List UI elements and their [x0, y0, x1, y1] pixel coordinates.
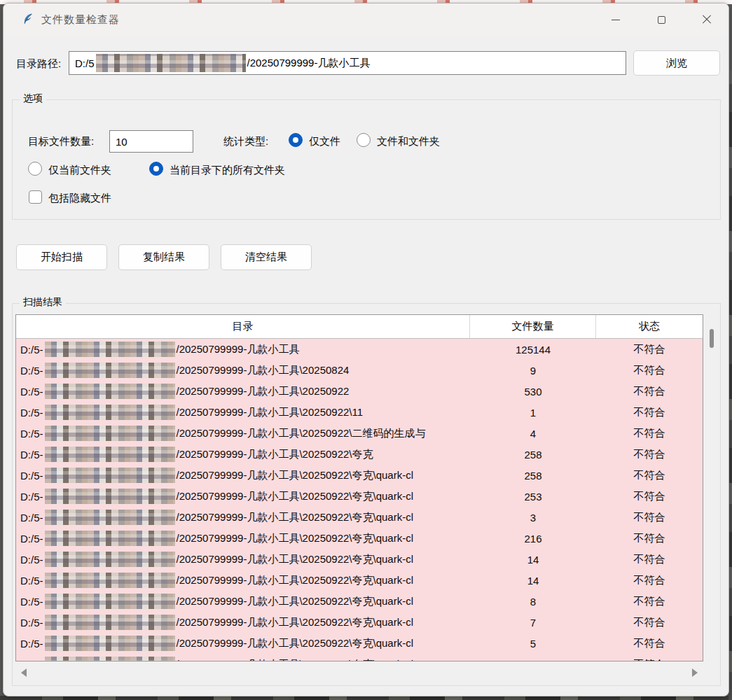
row-path-prefix: D:/5- — [20, 407, 43, 419]
table-row[interactable]: D:/5-/20250799999-几款小工具\20250922 530 不符合 — [16, 381, 703, 402]
cell-status: 不符合 — [596, 339, 703, 360]
radio-files-and-folders[interactable] — [357, 133, 371, 147]
target-count-input[interactable]: 10 — [109, 130, 193, 153]
vertical-scrollbar[interactable] — [706, 314, 717, 662]
table-row[interactable]: D:/5-/20250799999-几款小工具\20250824 9 不符合 — [16, 360, 703, 381]
column-header-count[interactable]: 文件数量 — [470, 315, 596, 338]
row-path-suffix: /20250799999-几款小工具\20250922 — [177, 385, 350, 398]
cell-status: 不符合 — [596, 633, 703, 654]
row-path-prefix: D:/5- — [20, 386, 43, 398]
cell-file-count: 4 — [470, 423, 596, 444]
cell-directory: D:/5-/20250799999-几款小工具\20250922\11 — [16, 402, 470, 423]
cell-file-count: 14 — [470, 549, 596, 570]
table-row[interactable]: D:/5-/20250799999-几款小工具\20250922\夸克\quar… — [16, 486, 703, 507]
cell-directory: D:/5-/20250799999-几款小工具\20250922\夸克\quar… — [16, 612, 470, 633]
row-path-suffix: /20250799999-几款小工具\20250922\11 — [177, 406, 364, 419]
row-path-suffix: /20250799999-几款小工具\20250922\夸克\quark-cl — [177, 490, 414, 503]
row-blurred-segment — [45, 405, 175, 420]
row-blurred-segment — [45, 636, 175, 651]
row-path-prefix: D:/5- — [20, 554, 43, 566]
radio-files-and-folders-label[interactable]: 文件和文件夹 — [377, 135, 440, 148]
row-blurred-segment — [45, 384, 175, 399]
include-hidden-checkbox[interactable] — [29, 190, 42, 204]
row-path-prefix: D:/5- — [20, 617, 43, 629]
table-row[interactable]: D:/5-/20250799999-几款小工具\20250922\夸克\quar… — [16, 549, 703, 570]
cell-file-count: 9 — [470, 360, 596, 381]
scroll-right-arrow-icon[interactable] — [692, 668, 698, 677]
cell-status: 不符合 — [596, 444, 703, 465]
close-button[interactable] — [686, 8, 727, 31]
row-path-suffix: /20250799999-几款小工具\20250922\夸克\quark-cl — [177, 511, 414, 524]
table-row[interactable]: D:/5-/20250799999-几款小工具\20250922\二维码的生成与… — [16, 423, 703, 444]
maximize-button[interactable] — [641, 8, 682, 31]
close-icon — [702, 15, 712, 24]
copy-results-button[interactable]: 复制结果 — [118, 244, 209, 270]
row-path-suffix: /20250799999-几款小工具\20250922\夸克\quark-cl — [177, 658, 414, 662]
table-row[interactable]: D:/5-/20250799999-几款小工具\20250922\夸克\quar… — [16, 591, 703, 612]
cell-file-count: 5 — [470, 633, 596, 654]
row-path-suffix: /20250799999-几款小工具\20250922\夸克\quark-cl — [177, 553, 414, 566]
stat-type-label: 统计类型: — [223, 135, 268, 148]
cell-directory: D:/5-/20250799999-几款小工具\20250824 — [16, 360, 470, 381]
cell-file-count: 3 — [470, 507, 596, 528]
row-blurred-segment — [45, 594, 175, 609]
scroll-left-arrow-icon[interactable] — [21, 668, 27, 677]
cell-status: 不符合 — [596, 654, 703, 662]
cell-directory: D:/5-/20250799999-几款小工具\20250922 — [16, 381, 470, 402]
row-path-suffix: /20250799999-几款小工具\20250922\二维码的生成与 — [177, 427, 426, 440]
options-group: 选项 目标文件数量: 10 统计类型: 仅文件 文件和文件夹 仅当前文件夹 当前… — [12, 99, 721, 220]
vertical-scrollbar-thumb[interactable] — [710, 329, 714, 348]
cell-status: 不符合 — [596, 507, 703, 528]
row-path-prefix: D:/5- — [20, 470, 43, 482]
start-scan-button[interactable]: 开始扫描 — [16, 244, 107, 270]
cell-directory: D:/5-/20250799999-几款小工具\20250922\夸克\quar… — [16, 591, 470, 612]
table-row[interactable]: D:/5-/20250799999-几款小工具\20250922\夸克\quar… — [16, 633, 703, 654]
cell-directory: D:/5-/20250799999-几款小工具\20250922\夸克\quar… — [16, 549, 470, 570]
browse-button[interactable]: 浏览 — [633, 50, 720, 76]
radio-current-folder-only-label[interactable]: 仅当前文件夹 — [48, 164, 111, 177]
column-header-status[interactable]: 状态 — [596, 315, 703, 338]
row-blurred-segment — [45, 426, 175, 441]
options-group-title: 选项 — [20, 92, 46, 105]
row-blurred-segment — [45, 468, 175, 483]
titlebar[interactable]: 文件数量检查器 — [4, 4, 728, 36]
include-hidden-label[interactable]: 包括隐藏文件 — [48, 192, 111, 205]
table-row[interactable]: D:/5-/20250799999-几款小工具\20250922\夸克\quar… — [16, 465, 703, 486]
cell-directory: D:/5-/20250799999-几款小工具\20250922\夸克\quar… — [16, 654, 470, 662]
target-count-value: 10 — [116, 136, 127, 148]
maximize-icon — [658, 16, 665, 24]
radio-all-subfolders-label[interactable]: 当前目录下的所有文件夹 — [170, 164, 285, 177]
table-body: D:/5-/20250799999-几款小工具 125144 不符合 D:/5-… — [16, 339, 703, 662]
cell-directory: D:/5-/20250799999-几款小工具\20250922\夸克\quar… — [16, 465, 470, 486]
row-path-suffix: /20250799999-几款小工具\20250922\夸克\quark-cl — [177, 574, 414, 587]
python-feather-icon — [22, 13, 34, 25]
radio-all-subfolders[interactable] — [149, 162, 163, 176]
radio-files-only-label[interactable]: 仅文件 — [309, 135, 340, 148]
table-row[interactable]: D:/5-/20250799999-几款小工具\20250922\夸克\quar… — [16, 528, 703, 549]
table-row[interactable]: D:/5-/20250799999-几款小工具\20250922\11 1 不符… — [16, 402, 703, 423]
path-input[interactable]: D:/5/20250799999-几款小工具 — [69, 51, 626, 75]
path-value-prefix: D:/5 — [75, 57, 95, 69]
table-header-row: 目录 文件数量 状态 — [16, 315, 703, 339]
row-blurred-segment — [45, 510, 175, 525]
table-row[interactable]: D:/5-/20250799999-几款小工具\20250922\夸克\quar… — [16, 654, 703, 662]
clear-results-button[interactable]: 清空结果 — [221, 244, 312, 270]
row-path-prefix: D:/5- — [20, 344, 43, 356]
radio-files-only[interactable] — [289, 133, 303, 147]
cell-status: 不符合 — [596, 486, 703, 507]
table-row[interactable]: D:/5-/20250799999-几款小工具\20250922\夸克 258 … — [16, 444, 703, 465]
minimize-button[interactable] — [595, 8, 636, 31]
table-row[interactable]: D:/5-/20250799999-几款小工具\20250922\夸克\quar… — [16, 612, 703, 633]
cell-directory: D:/5-/20250799999-几款小工具\20250922\二维码的生成与 — [16, 423, 470, 444]
table-row[interactable]: D:/5-/20250799999-几款小工具\20250922\夸克\quar… — [16, 507, 703, 528]
horizontal-scrollbar[interactable] — [15, 666, 703, 680]
minimize-icon — [612, 20, 620, 20]
radio-current-folder-only[interactable] — [28, 162, 42, 176]
cell-directory: D:/5-/20250799999-几款小工具 — [16, 339, 470, 360]
column-header-directory[interactable]: 目录 — [16, 315, 470, 338]
table-row[interactable]: D:/5-/20250799999-几款小工具\20250922\夸克\quar… — [16, 570, 703, 591]
path-value-suffix: /20250799999-几款小工具 — [247, 57, 371, 70]
cell-file-count: 14 — [470, 570, 596, 591]
cell-file-count: 4 — [470, 654, 596, 662]
table-row[interactable]: D:/5-/20250799999-几款小工具 125144 不符合 — [16, 339, 703, 360]
